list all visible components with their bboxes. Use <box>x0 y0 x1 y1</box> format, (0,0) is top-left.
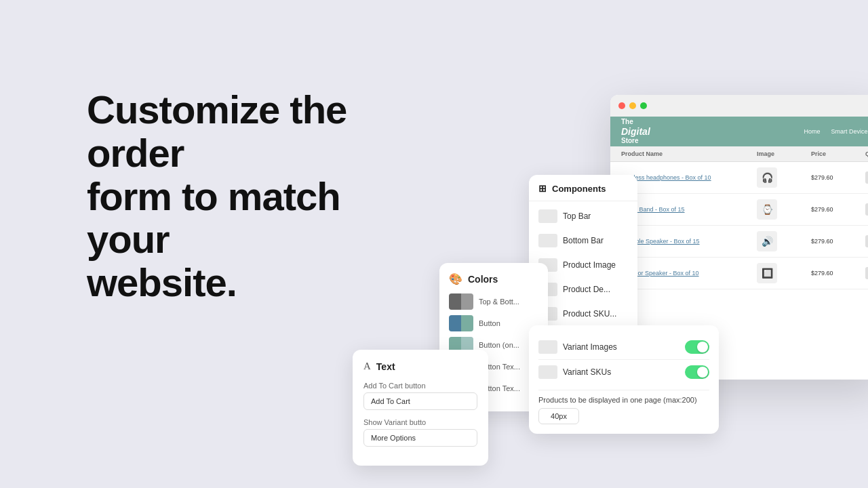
settings-toggle[interactable] <box>685 365 709 379</box>
qty-button[interactable]: − <box>865 203 868 216</box>
products-per-page-input[interactable] <box>538 408 579 424</box>
component-item-label: Top Bar <box>563 211 591 221</box>
text-icon: A <box>363 361 371 372</box>
table-row: Portable Speaker - Box of 15 🔊 $279.60 − <box>610 226 868 258</box>
settings-row: Variant SKUs <box>538 360 709 384</box>
store-header: The Digital Store Home Smart Devices <box>610 117 868 146</box>
component-item-icon <box>538 234 557 247</box>
text-field-input[interactable] <box>363 429 477 447</box>
text-field: Add To Cart button <box>363 382 477 410</box>
components-icon: ⊞ <box>538 183 547 194</box>
close-dot <box>618 102 625 109</box>
component-item-label: Product De... <box>563 285 610 294</box>
settings-label: Variant SKUs <box>563 367 611 377</box>
toggle-knob <box>697 342 708 352</box>
settings-toggle[interactable] <box>685 340 709 354</box>
text-field-label: Add To Cart button <box>363 382 477 390</box>
text-field: Show Variant butto <box>363 418 477 447</box>
hero-heading: Customize the order form to match your w… <box>87 88 426 304</box>
text-field-input[interactable] <box>363 392 477 410</box>
product-name: Smart Band - Box of 15 <box>621 206 757 213</box>
product-image: 🎧 <box>757 167 777 188</box>
settings-rows: Variant Images Variant SKUs <box>538 335 709 384</box>
component-item[interactable]: Top Bar <box>529 204 637 228</box>
component-item[interactable]: Bottom Bar <box>529 228 637 253</box>
color-swatch <box>449 315 473 331</box>
color-label: Button <box>479 319 500 327</box>
color-swatch <box>449 293 473 310</box>
table-row: Wireless headphones - Box of 10 🎧 $279.6… <box>610 162 868 194</box>
table-body: Wireless headphones - Box of 10 🎧 $279.6… <box>610 162 868 289</box>
table-row: Smart Band - Box of 15 ⌚ $279.60 − <box>610 194 868 226</box>
product-name: Wireless headphones - Box of 10 <box>621 174 757 181</box>
qty-button[interactable]: − <box>865 235 868 247</box>
palette-icon: 🎨 <box>449 272 462 285</box>
components-panel-title: ⊞ Components <box>529 183 637 201</box>
product-price: $279.60 <box>811 270 865 277</box>
store-logo: The Digital Store <box>621 118 650 146</box>
component-item-label: Product Image <box>563 260 616 270</box>
table-row: Outdoor Speaker - Box of 10 🔲 $279.60 − <box>610 258 868 289</box>
text-panel-title: A Text <box>363 361 477 372</box>
settings-row-left: Variant Images <box>538 340 617 354</box>
product-image: ⌚ <box>757 199 777 220</box>
product-price: $279.60 <box>811 174 865 181</box>
table-header: Product Name Image Price Qua <box>610 146 868 162</box>
products-per-page-label: Products to be displayed in one page (ma… <box>538 396 709 404</box>
product-image: 🔊 <box>757 231 777 251</box>
hero-section: Customize the order form to match your w… <box>87 88 426 304</box>
settings-panel: Variant Images Variant SKUs Products to … <box>529 325 719 434</box>
maximize-dot <box>640 102 647 109</box>
qty-button[interactable]: − <box>865 171 868 184</box>
color-row[interactable]: Button <box>449 315 538 331</box>
color-label: Button (on... <box>479 341 519 349</box>
product-name: Portable Speaker - Box of 15 <box>621 238 757 245</box>
settings-label: Variant Images <box>563 342 617 352</box>
store-nav: Home Smart Devices <box>804 128 868 135</box>
minimize-dot <box>629 102 636 109</box>
settings-row-left: Variant SKUs <box>538 365 611 379</box>
browser-titlebar <box>610 95 868 117</box>
component-item-label: Product SKU... <box>563 309 616 319</box>
settings-icon <box>538 340 557 354</box>
toggle-knob <box>697 367 708 378</box>
product-image: 🔲 <box>757 263 777 283</box>
product-name: Outdoor Speaker - Box of 10 <box>621 270 757 277</box>
settings-bottom: Products to be displayed in one page (ma… <box>538 390 709 424</box>
text-field-label: Show Variant butto <box>363 418 477 426</box>
component-item-icon <box>538 209 557 223</box>
settings-row: Variant Images <box>538 335 709 360</box>
products-per-page-row <box>538 408 709 424</box>
component-item-label: Bottom Bar <box>563 236 604 245</box>
color-label: Top & Bott... <box>479 298 519 306</box>
text-panel: A Text Add To Cart button Show Variant b… <box>353 350 488 466</box>
color-row[interactable]: Top & Bott... <box>449 293 538 310</box>
product-price: $279.60 <box>811 206 865 213</box>
colors-panel-title: 🎨 Colors <box>449 272 538 285</box>
text-fields: Add To Cart button Show Variant butto <box>363 382 477 447</box>
qty-button[interactable]: − <box>865 267 868 279</box>
product-price: $279.60 <box>811 238 865 245</box>
settings-icon <box>538 365 557 379</box>
